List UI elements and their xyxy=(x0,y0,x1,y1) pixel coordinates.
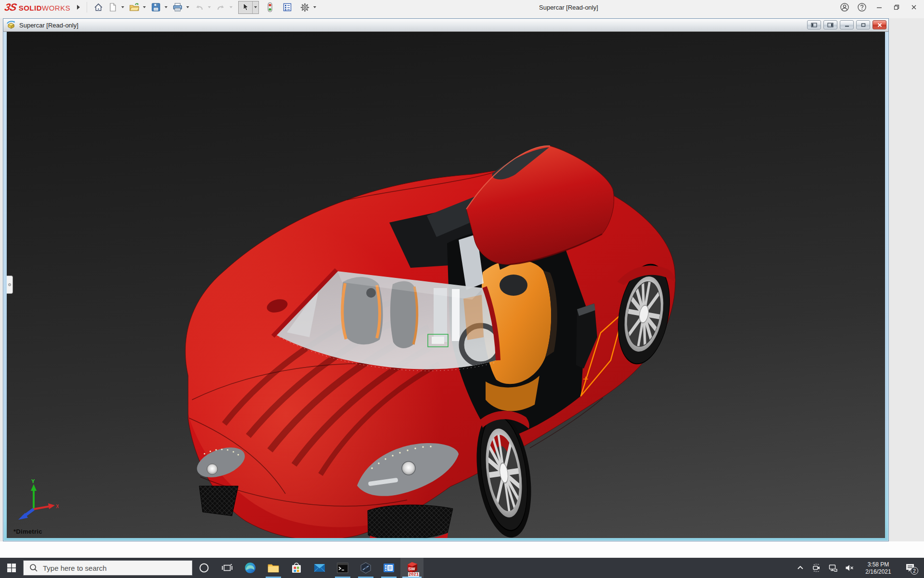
taskbar-mail[interactable] xyxy=(308,558,331,578)
feature-tree-flyout-tab[interactable] xyxy=(7,276,13,294)
search-icon xyxy=(29,564,38,572)
network-icon xyxy=(828,563,838,573)
orientation-triad: Y X xyxy=(14,478,59,521)
tray-chevron-button[interactable] xyxy=(792,558,808,578)
command-prompt-icon xyxy=(336,562,349,574)
mail-icon xyxy=(313,562,326,574)
solidworks-logo: 3S SOLIDWORKS xyxy=(5,1,70,13)
options-dropdown[interactable] xyxy=(312,1,318,13)
taskbar-search[interactable] xyxy=(23,560,192,576)
minimize-icon xyxy=(876,4,883,11)
start-button[interactable] xyxy=(0,558,23,578)
volume-button[interactable] xyxy=(841,558,858,578)
task-view-button[interactable] xyxy=(216,558,239,578)
3d-model-supercar[interactable] xyxy=(7,32,885,538)
restore-button[interactable] xyxy=(889,1,904,13)
account-button[interactable] xyxy=(837,1,852,13)
clock-time: 3:58 PM xyxy=(858,561,899,568)
save-button[interactable] xyxy=(149,1,163,13)
document-window: Supercar [Read-only] xyxy=(3,18,889,541)
menu-flyout-arrow[interactable] xyxy=(77,5,80,10)
taskbar-hexagon-app[interactable] xyxy=(354,558,377,578)
select-cursor-icon xyxy=(241,2,250,12)
volume-muted-icon xyxy=(845,563,854,573)
document-title: Supercar [Read-only] xyxy=(19,22,78,29)
notification-badge: 2 xyxy=(911,567,918,575)
action-center-button[interactable]: 2 xyxy=(899,558,921,578)
hexagon-app-icon xyxy=(359,562,372,574)
print-button[interactable] xyxy=(170,1,185,13)
undo-button[interactable] xyxy=(192,1,206,13)
taskbar-cmd[interactable] xyxy=(331,558,354,578)
close-button[interactable] xyxy=(907,1,921,13)
pane-left-icon xyxy=(811,23,817,27)
help-button[interactable] xyxy=(855,1,869,13)
open-folder-icon xyxy=(129,2,140,12)
edge-browser-icon xyxy=(244,562,257,574)
redo-dropdown[interactable] xyxy=(228,1,234,13)
task-view-icon xyxy=(222,563,232,573)
desktop: 3S SOLIDWORKS xyxy=(0,0,924,578)
taskbar-photos-window[interactable] xyxy=(377,558,400,578)
save-dropdown[interactable] xyxy=(163,1,169,13)
file-explorer-icon xyxy=(267,562,280,574)
help-icon xyxy=(857,2,867,12)
minimize-button[interactable] xyxy=(872,1,886,13)
file-properties-button[interactable] xyxy=(280,1,295,13)
grille-center xyxy=(368,505,453,538)
toolbar-separator xyxy=(87,2,87,13)
new-document-button[interactable] xyxy=(105,1,120,13)
svg-text:SW: SW xyxy=(408,566,415,571)
print-dropdown[interactable] xyxy=(185,1,191,13)
select-tool-dropdown[interactable] xyxy=(253,1,258,13)
cortana-button[interactable] xyxy=(192,558,216,578)
account-icon xyxy=(840,2,849,12)
flyout-handle-dot xyxy=(8,283,11,286)
grille-left xyxy=(199,486,238,516)
doc-close-button[interactable] xyxy=(873,20,886,29)
new-document-dropdown[interactable] xyxy=(120,1,126,13)
undo-dropdown[interactable] xyxy=(206,1,212,13)
options-gear-icon xyxy=(300,2,310,13)
cortana-icon xyxy=(199,563,209,573)
taskbar-clock[interactable]: 3:58 PM 2/16/2021 xyxy=(858,561,899,576)
select-tool-button[interactable] xyxy=(239,1,252,13)
taskbar-file-explorer[interactable] xyxy=(262,558,285,578)
open-dropdown[interactable] xyxy=(141,1,147,13)
triad-x-label: X xyxy=(56,504,59,509)
print-icon xyxy=(172,2,183,12)
options-button[interactable] xyxy=(297,1,312,13)
redo-button[interactable] xyxy=(214,1,228,13)
open-button[interactable] xyxy=(127,1,141,13)
doc-restore-button[interactable] xyxy=(856,20,870,29)
system-tray: 3:58 PM 2/16/2021 2 xyxy=(792,558,924,578)
triad-y-label: Y xyxy=(31,478,35,484)
home-button[interactable] xyxy=(91,1,105,13)
file-properties-icon xyxy=(282,2,292,12)
3ds-logo-mark: 3S xyxy=(3,1,17,13)
taskbar-edge[interactable] xyxy=(239,558,262,578)
doc-close-icon xyxy=(877,23,883,27)
pane-left-button[interactable] xyxy=(807,20,821,29)
app-titlebar: 3S SOLIDWORKS xyxy=(0,0,924,18)
search-input[interactable] xyxy=(43,564,182,572)
home-icon xyxy=(93,2,103,13)
doc-minimize-icon xyxy=(844,23,850,27)
taskbar-solidworks[interactable]: SW 2021 xyxy=(400,558,424,578)
taskbar-store[interactable] xyxy=(285,558,308,578)
redo-icon xyxy=(216,2,226,12)
graphics-viewport[interactable]: Y X *Dimetric xyxy=(7,32,885,538)
microsoft-store-icon xyxy=(290,562,303,574)
save-floppy-icon xyxy=(151,2,161,12)
document-titlebar[interactable]: Supercar [Read-only] xyxy=(3,19,888,32)
new-document-icon xyxy=(108,2,117,12)
meet-now-button[interactable] xyxy=(808,558,825,578)
taskbar: SW 2021 xyxy=(0,558,924,578)
doc-minimize-button[interactable] xyxy=(840,20,854,29)
network-button[interactable] xyxy=(825,558,841,578)
undo-icon xyxy=(194,2,205,12)
rebuild-button[interactable] xyxy=(263,1,277,13)
rebuild-traffic-light-icon xyxy=(267,2,273,13)
pane-right-button[interactable] xyxy=(823,20,837,29)
app-title: Supercar [Read-only] xyxy=(539,0,598,14)
